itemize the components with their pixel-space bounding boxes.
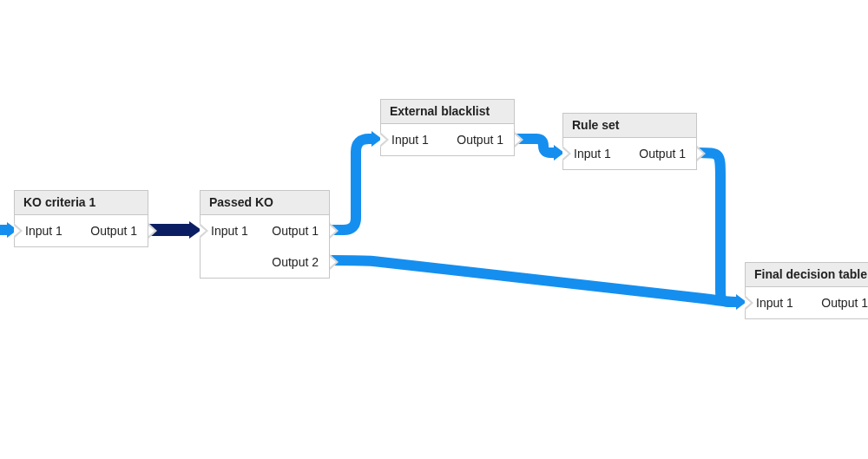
- edge-passed2-to-final: [332, 260, 736, 302]
- port-in-label: Input 1: [753, 296, 797, 310]
- edge-ruleset-to-final: [699, 153, 736, 302]
- port-in-label: Input 1: [22, 224, 66, 238]
- node-final-decision[interactable]: Final decision table Input 1 Output 1: [745, 262, 868, 319]
- chevron-right-icon: [330, 254, 339, 270]
- node-title: External blacklist: [381, 100, 514, 124]
- node-title: Final decision table: [746, 263, 868, 287]
- node-title: Rule set: [563, 114, 696, 138]
- chevron-right-icon: [14, 223, 23, 239]
- port-in-label: Input 1: [570, 147, 615, 161]
- chevron-right-icon: [148, 223, 157, 239]
- chevron-right-icon: [562, 146, 571, 161]
- port-out-label: Output 1: [268, 224, 322, 238]
- chevron-right-icon: [200, 223, 208, 239]
- port-out[interactable]: Output 1: [268, 224, 329, 238]
- chevron-right-icon: [380, 132, 389, 148]
- node-rule-set[interactable]: Rule set Input 1 Output 1: [562, 113, 697, 170]
- chevron-right-icon: [745, 295, 753, 311]
- port-in[interactable]: Input 1: [563, 147, 615, 161]
- port-out-label: Output 2: [268, 255, 322, 269]
- port-out[interactable]: Output 1: [87, 224, 148, 238]
- port-out-label: Output 1: [453, 133, 507, 147]
- port-out[interactable]: Output 2: [268, 255, 329, 269]
- node-passed-ko[interactable]: Passed KO Input 1 Output 1 Output 2: [200, 190, 330, 279]
- node-ko-criteria[interactable]: KO criteria 1 Input 1 Output 1: [14, 190, 148, 247]
- port-in[interactable]: Input 1: [381, 133, 432, 147]
- port-out-label: Output 1: [635, 147, 689, 161]
- port-out-label: Output 1: [87, 224, 141, 238]
- chevron-right-icon: [515, 132, 523, 148]
- edge-passed-to-blacklist: [332, 139, 372, 230]
- port-out[interactable]: Output 1: [453, 133, 514, 147]
- port-out[interactable]: Output 1: [818, 296, 868, 310]
- port-in[interactable]: Input 1: [15, 224, 66, 238]
- port-in-label: Input 1: [388, 133, 432, 147]
- port-out[interactable]: Output 1: [635, 147, 696, 161]
- chevron-right-icon: [330, 223, 339, 239]
- port-in[interactable]: Input 1: [201, 224, 252, 238]
- node-title: Passed KO: [201, 191, 329, 215]
- node-external-blacklist[interactable]: External blacklist Input 1 Output 1: [380, 99, 515, 156]
- port-in[interactable]: Input 1: [746, 296, 797, 310]
- node-title: KO criteria 1: [15, 191, 148, 215]
- port-in-label: Input 1: [207, 224, 252, 238]
- port-out-label: Output 1: [818, 296, 868, 310]
- chevron-right-icon: [697, 146, 706, 161]
